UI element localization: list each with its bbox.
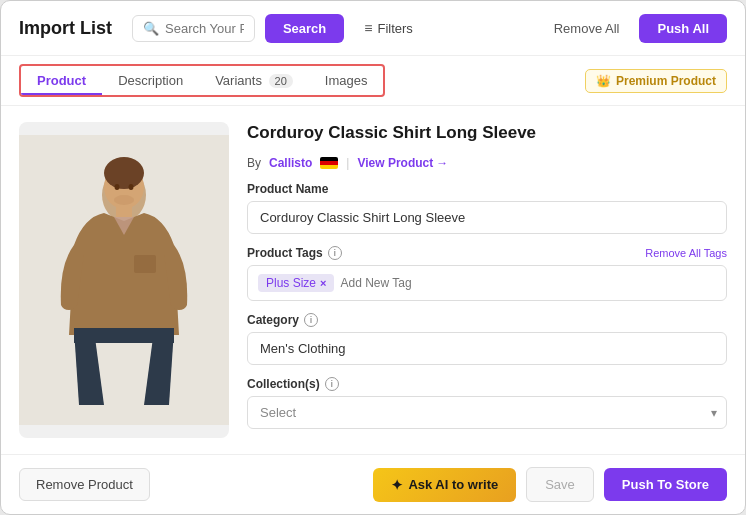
search-wrapper: 🔍 <box>132 15 255 42</box>
collections-select-wrapper: Select ▾ <box>247 396 727 429</box>
collections-select[interactable]: Select <box>247 396 727 429</box>
view-product-label: View Product <box>357 156 433 170</box>
tab-variants[interactable]: Variants 20 <box>199 66 309 95</box>
push-to-store-button[interactable]: Push To Store <box>604 468 727 501</box>
by-label: By <box>247 156 261 170</box>
category-label: Category i <box>247 313 727 327</box>
filters-label: Filters <box>377 21 412 36</box>
product-name-input[interactable] <box>247 201 727 234</box>
crown-icon: 👑 <box>596 74 611 88</box>
search-input[interactable] <box>165 21 244 36</box>
product-name-field: Product Name <box>247 182 727 234</box>
ai-sparkle-icon: ✦ <box>391 477 403 493</box>
product-title: Corduroy Classic Shirt Long Sleeve <box>247 122 727 144</box>
arrow-icon: → <box>436 156 448 170</box>
save-button[interactable]: Save <box>526 467 594 502</box>
category-field: Category i <box>247 313 727 365</box>
tags-row: Product Tags i Remove All Tags <box>247 246 727 260</box>
product-tags-label: Product Tags i <box>247 246 342 260</box>
svg-rect-4 <box>116 203 132 217</box>
tag-remove-icon[interactable]: × <box>320 277 326 289</box>
tab-product[interactable]: Product <box>21 66 102 95</box>
category-info-icon: i <box>304 313 318 327</box>
premium-label: Premium Product <box>616 74 716 88</box>
category-input[interactable] <box>247 332 727 365</box>
svg-point-8 <box>129 184 134 190</box>
search-button[interactable]: Search <box>265 14 344 43</box>
supplier-link[interactable]: Callisto <box>269 156 312 170</box>
remove-all-tags-link[interactable]: Remove All Tags <box>645 247 727 259</box>
search-icon: 🔍 <box>143 21 159 36</box>
product-image-svg <box>19 135 229 425</box>
ask-ai-button[interactable]: ✦ Ask AI to write <box>373 468 516 502</box>
tags-info-icon: i <box>328 246 342 260</box>
tag-input[interactable] <box>340 276 490 290</box>
tags-input-container[interactable]: Plus Size × <box>247 265 727 301</box>
tab-images[interactable]: Images <box>309 66 384 95</box>
collections-info-icon: i <box>325 377 339 391</box>
remove-product-button[interactable]: Remove Product <box>19 468 150 501</box>
tab-variants-label: Variants <box>215 73 262 88</box>
header: Import List 🔍 Search ≡ Filters Remove Al… <box>1 1 745 56</box>
premium-badge: 👑 Premium Product <box>585 69 727 93</box>
variants-badge: 20 <box>269 74 293 88</box>
filters-button[interactable]: ≡ Filters <box>354 13 423 43</box>
collections-label: Collection(s) i <box>247 377 727 391</box>
svg-point-9 <box>114 195 134 205</box>
main-content: Corduroy Classic Shirt Long Sleeve By Ca… <box>1 106 745 454</box>
tag-label: Plus Size <box>266 276 316 290</box>
filter-icon: ≡ <box>364 20 372 36</box>
product-image <box>19 135 229 425</box>
product-name-label: Product Name <box>247 182 727 196</box>
tag-item: Plus Size × <box>258 274 334 292</box>
right-panel: Corduroy Classic Shirt Long Sleeve By Ca… <box>247 122 727 438</box>
view-product-link[interactable]: View Product → <box>357 156 448 170</box>
svg-rect-6 <box>74 328 174 343</box>
product-tags-field: Product Tags i Remove All Tags Plus Size… <box>247 246 727 301</box>
svg-rect-5 <box>134 255 156 273</box>
footer: Remove Product ✦ Ask AI to write Save Pu… <box>1 454 745 514</box>
tab-description[interactable]: Description <box>102 66 199 95</box>
svg-point-7 <box>115 184 120 190</box>
page-title: Import List <box>19 18 112 39</box>
tabs-container: Product Description Variants 20 Images <box>19 64 385 97</box>
push-all-button[interactable]: Push All <box>639 14 727 43</box>
ask-ai-label: Ask AI to write <box>408 477 498 492</box>
remove-all-button[interactable]: Remove All <box>544 14 630 43</box>
tabs-row: Product Description Variants 20 Images 👑… <box>1 56 745 106</box>
collections-field: Collection(s) i Select ▾ <box>247 377 727 429</box>
flag-de-icon <box>320 157 338 169</box>
svg-point-3 <box>104 157 144 189</box>
product-image-container <box>19 122 229 438</box>
import-list-window: Import List 🔍 Search ≡ Filters Remove Al… <box>0 0 746 515</box>
meta-separator: | <box>346 156 349 170</box>
product-meta: By Callisto | View Product → <box>247 156 727 170</box>
